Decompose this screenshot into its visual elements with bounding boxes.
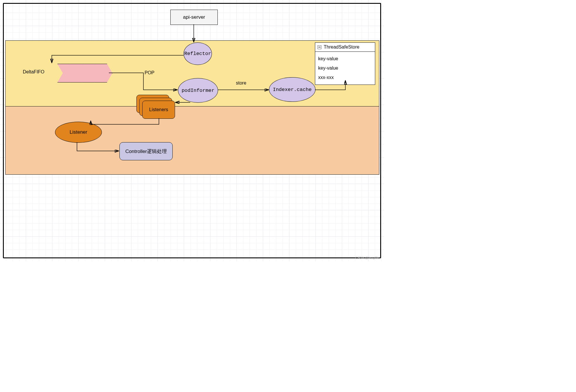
listeners-label: Listeners: [149, 107, 168, 112]
node-reflector: Reflector: [184, 42, 212, 65]
watermark: CSDN @fenglllle: [355, 256, 379, 259]
label-pop: POP: [145, 70, 155, 75]
collapse-icon: [318, 45, 321, 49]
label-store: store: [236, 80, 246, 86]
deltafifo-queue: [57, 64, 112, 82]
node-api-server: api-server: [170, 10, 218, 25]
node-listeners: Listeners: [136, 95, 177, 118]
tss-header: ThreadSafeStore: [315, 43, 375, 52]
node-listener: Listener: [55, 122, 102, 143]
node-thread-safe-store: ThreadSafeStore key-value key-value xxx-…: [315, 42, 375, 85]
zone-orange: [5, 106, 379, 175]
node-podinformer: podInformer: [178, 78, 218, 103]
tss-row: key-value: [318, 54, 372, 63]
label-deltafifo: DeltaFIFO: [23, 69, 44, 75]
tss-row: key-value: [318, 63, 372, 73]
tss-title: ThreadSafeStore: [324, 44, 359, 50]
node-indexer-cache: Indexer.cache: [269, 77, 316, 102]
tss-row: xxx-xxx: [318, 73, 372, 82]
node-controller: Controller逻辑处理: [119, 142, 173, 160]
